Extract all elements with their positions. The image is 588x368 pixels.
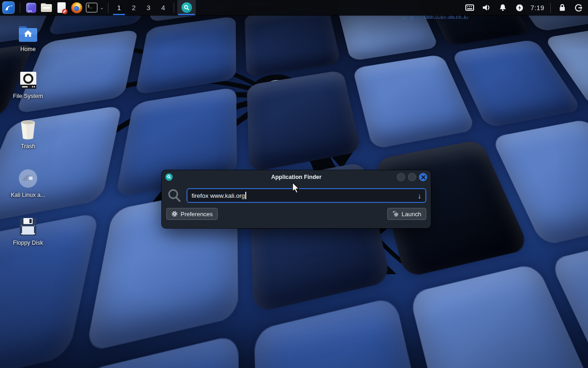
window-title: Application Finder: [162, 174, 431, 180]
wallpaper-equalizer-bar: [440, 17, 441, 19]
wallpaper-equalizer-bar: [418, 15, 418, 19]
launch-button[interactable]: Launch: [387, 208, 426, 220]
home-folder-icon: [18, 26, 38, 43]
desktop-icon-floppy-disk[interactable]: Floppy Disk: [5, 217, 51, 246]
wallpaper-equalizer-bar: [453, 16, 454, 19]
wallpaper-equalizer-bar: [442, 17, 443, 19]
wallpaper-equalizer-bar: [402, 18, 405, 19]
wallpaper-equalizer-bar: [423, 16, 424, 19]
titlebar[interactable]: Application Finder: [162, 170, 431, 184]
volume-button[interactable]: [478, 0, 495, 15]
keyboard-indicator-button[interactable]: [462, 0, 478, 15]
wallpaper-equalizer-bar: [422, 17, 423, 19]
desktop-icon-label: Kali Linux a...: [11, 192, 45, 198]
wallpaper-equalizer-bar: [419, 18, 420, 19]
wallpaper-equalizer-bar: [433, 16, 434, 19]
launcher-text-editor[interactable]: [54, 0, 69, 15]
search-input-value: firefox www.kali.org: [192, 192, 245, 199]
wallpaper-equalizer-bar: [460, 15, 461, 19]
kali-docs-icon: [18, 168, 38, 189]
workspace-1[interactable]: 1: [112, 0, 126, 15]
workspace-3[interactable]: 3: [141, 0, 156, 15]
desktop-icon-kali-docs[interactable]: Kali Linux a...: [5, 168, 51, 198]
desktop-icon-label: Trash: [21, 143, 35, 150]
wallpaper-equalizer-bar: [447, 18, 447, 19]
search-icon: [167, 189, 181, 203]
application-finder-icon: [181, 2, 192, 13]
launch-run-icon: [392, 211, 399, 217]
wallpaper-equalizer-bar: [415, 16, 416, 19]
wallpaper-equalizer-bar: [427, 15, 428, 19]
logout-button[interactable]: [571, 0, 587, 15]
terminal-dropdown-chevron-icon[interactable]: ⌄: [100, 5, 104, 11]
workspace-2[interactable]: 2: [126, 0, 141, 15]
wallpaper-equalizer-bar: [458, 16, 458, 19]
desktop-icon-home[interactable]: Home: [5, 26, 51, 52]
wallpaper-equalizer-bar: [434, 18, 435, 19]
preferences-button-label: Preferences: [181, 211, 213, 218]
launcher-terminal[interactable]: $_: [84, 0, 99, 15]
file-manager-icon: [41, 3, 52, 12]
wallpaper-equalizer-bar: [445, 16, 446, 19]
preferences-button[interactable]: Preferences: [166, 208, 218, 220]
search-input[interactable]: firefox www.kali.org ↓: [187, 188, 426, 203]
minimize-button[interactable]: [397, 173, 405, 181]
launcher-file-manager[interactable]: [39, 0, 54, 15]
wallpaper-equalizer-bar: [456, 15, 457, 19]
bell-icon: [499, 4, 507, 12]
workspace-4[interactable]: 4: [156, 0, 170, 15]
hard-drive-icon: [19, 71, 38, 90]
desktop-icon-label: File System: [13, 93, 43, 99]
desktop-icon-label: Floppy Disk: [13, 240, 43, 246]
panel-separator: [20, 3, 20, 13]
text-editor-icon: [57, 2, 66, 13]
wallpaper-equalizer-bar: [459, 15, 460, 19]
wallpaper-cube: [254, 297, 439, 368]
wallpaper-equalizer-bar: [464, 15, 465, 19]
wallpaper-equalizer-bar: [455, 18, 456, 19]
power-manager-button[interactable]: [511, 0, 528, 15]
wallpaper-equalizer-bar: [449, 16, 450, 19]
logout-icon: [575, 4, 583, 12]
launcher-window-switcher[interactable]: [23, 0, 39, 15]
desktop-icon-trash[interactable]: Trash: [5, 119, 51, 150]
keyboard-icon: [465, 4, 474, 11]
text-caret: [245, 192, 246, 199]
application-finder-panel-button[interactable]: [177, 0, 196, 15]
wallpaper-equalizer-bar: [409, 18, 410, 19]
launcher-firefox[interactable]: [69, 0, 84, 15]
dropdown-arrow-icon[interactable]: ↓: [418, 192, 422, 200]
desktop-icon-file-system[interactable]: File System: [5, 71, 51, 99]
clock-text: 7:19: [528, 4, 547, 12]
application-finder-window: Application Finder firefox www.kali.org …: [162, 170, 431, 228]
wallpaper-equalizer-bar: [441, 15, 442, 19]
wallpaper-equalizer-bar: [429, 15, 430, 19]
system-tray: 7:19: [462, 0, 588, 15]
close-button[interactable]: [419, 173, 427, 181]
trash-empty-icon: [18, 119, 38, 140]
power-battery-icon: [515, 4, 524, 12]
lock-icon: [559, 4, 566, 12]
floppy-disk-icon: [18, 217, 38, 236]
maximize-button[interactable]: [408, 173, 416, 181]
panel-separator: [550, 3, 551, 13]
wallpaper-equalizer-bar: [444, 16, 445, 19]
terminal-icon: $_: [86, 3, 97, 12]
window-switcher-icon: [26, 3, 36, 13]
wallpaper-cube: [135, 16, 237, 95]
wallpaper-equalizer-bar: [448, 17, 449, 19]
clock[interactable]: 7:19: [528, 0, 547, 15]
lock-screen-button[interactable]: [554, 0, 571, 15]
launch-button-label: Launch: [401, 211, 421, 218]
wallpaper-cube: [247, 70, 362, 172]
wallpaper-equalizer-bar: [467, 17, 468, 19]
wallpaper-equalizer-bar: [411, 17, 412, 19]
firefox-icon: [71, 2, 82, 13]
close-icon: [421, 175, 425, 179]
kali-menu-button[interactable]: [2, 1, 15, 14]
wallpaper-equalizer-bar: [438, 17, 439, 19]
notifications-button[interactable]: [495, 0, 511, 15]
wallpaper-equalizer-bar: [416, 16, 417, 19]
kali-logo-icon: [4, 3, 13, 12]
wallpaper-cube: [352, 54, 476, 150]
